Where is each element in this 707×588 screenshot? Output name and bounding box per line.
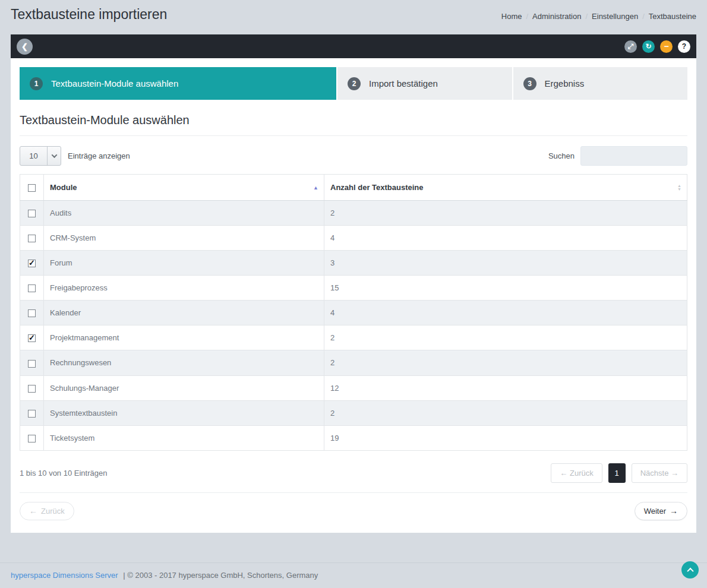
count-column-label: Anzahl der Textbausteine [330, 183, 424, 192]
count-column-header[interactable]: Anzahl der Textbausteine ▲▼ [324, 175, 687, 201]
wizard-back-button[interactable]: ← Zurück [20, 502, 74, 520]
step-number-badge: 1 [30, 77, 43, 90]
select-chevron-zone[interactable] [47, 147, 61, 165]
wizard-next-label: Weiter [644, 507, 666, 516]
wizard-back-label: Zurück [41, 507, 65, 516]
toolbar: ❮ ⤢ ↻ − ? [11, 34, 696, 58]
table-info: 1 bis 10 von 10 Einträgen [20, 469, 107, 478]
search-input[interactable] [580, 146, 687, 166]
refresh-icon[interactable]: ↻ [642, 40, 655, 53]
row-checkbox-cell [20, 251, 44, 276]
page-footer: hyperspace Dimensions Server | © 2003 - … [0, 562, 707, 588]
module-column-header[interactable]: Module ▲ [44, 175, 324, 201]
expand-icon[interactable]: ⤢ [624, 40, 637, 53]
module-cell: Systemtextbaustein [44, 400, 324, 425]
count-cell: 2 [324, 325, 687, 350]
row-checkbox-cell [20, 201, 44, 226]
row-checkbox[interactable] [28, 360, 36, 368]
breadcrumb-separator: / [526, 12, 528, 21]
sort-ascending-icon: ▲ [313, 185, 318, 191]
length-control: 10 Einträge anzeigen [20, 146, 130, 166]
count-cell: 15 [324, 276, 687, 301]
count-cell: 4 [324, 301, 687, 325]
breadcrumb-item[interactable]: Einstellungen [592, 12, 638, 21]
row-checkbox[interactable] [28, 284, 36, 292]
modules-table: Module ▲ Anzahl der Textbausteine ▲▼ Aud… [20, 174, 687, 451]
pagination-current-page[interactable]: 1 [608, 463, 626, 483]
count-cell: 2 [324, 350, 687, 375]
module-cell: Schulungs-Manager [44, 375, 324, 400]
table-controls: 10 Einträge anzeigen Suchen [20, 146, 687, 166]
table-row: Kalender 4 [20, 301, 687, 325]
collapse-icon[interactable]: − [660, 40, 673, 53]
page-header: Textbausteine importieren Home/Administr… [0, 0, 707, 34]
back-icon[interactable]: ❮ [17, 39, 33, 55]
select-all-cell [20, 175, 44, 201]
row-checkbox[interactable] [28, 334, 36, 342]
table-row: Audits 2 [20, 201, 687, 226]
row-checkbox-cell [20, 276, 44, 301]
pagination-prev-button[interactable]: ← Zurück [551, 463, 602, 483]
wizard-step-3[interactable]: 3Ergebniss [513, 67, 688, 100]
module-cell: Ticketsystem [44, 425, 324, 450]
count-cell: 12 [324, 375, 687, 400]
breadcrumb-separator: / [642, 12, 645, 21]
table-row: Schulungs-Manager 12 [20, 375, 687, 400]
breadcrumb-item[interactable]: Textbausteine [649, 12, 696, 21]
table-row: Freigabeprozess 15 [20, 276, 687, 301]
row-checkbox-cell [20, 425, 44, 450]
row-checkbox[interactable] [28, 210, 36, 217]
module-cell: Forum [44, 251, 324, 276]
count-cell: 3 [324, 251, 687, 276]
row-checkbox[interactable] [28, 309, 36, 317]
module-cell: Rechnungswesen [44, 350, 324, 375]
breadcrumb: Home/Administration/Einstellungen/Textba… [501, 12, 696, 21]
table-body: Audits 2 CRM-System 4 Forum 3 Freigabepr… [20, 201, 687, 451]
row-checkbox-cell [20, 400, 44, 425]
page-length-select[interactable]: 10 [20, 146, 61, 166]
arrow-right-icon: → [670, 506, 678, 516]
row-checkbox-cell [20, 375, 44, 400]
breadcrumb-item[interactable]: Home [501, 12, 522, 21]
length-label: Einträge anzeigen [68, 151, 130, 160]
pagination-next-button[interactable]: Nächste → [632, 463, 687, 483]
scroll-to-top-button[interactable] [681, 561, 699, 578]
row-checkbox[interactable] [28, 435, 36, 442]
chevron-down-icon [51, 152, 57, 158]
step-number-badge: 2 [348, 77, 361, 90]
select-all-checkbox[interactable] [28, 184, 36, 192]
table-row: Forum 3 [20, 251, 687, 276]
wizard-step-2[interactable]: 2Import bestätigen [337, 67, 512, 100]
row-checkbox[interactable] [28, 385, 36, 393]
wizard-next-button[interactable]: Weiter → [635, 502, 687, 520]
table-row: Systemtextbaustein 2 [20, 400, 687, 425]
wizard-step-1[interactable]: 1Textbaustein-Module auswählen [20, 67, 336, 100]
count-cell: 4 [324, 226, 687, 251]
step-label: Textbaustein-Module auswählen [51, 78, 178, 88]
module-cell: CRM-System [44, 226, 324, 251]
wizard-steps: 1Textbaustein-Module auswählen2Import be… [20, 67, 687, 100]
row-checkbox[interactable] [28, 235, 36, 242]
table-row: CRM-System 4 [20, 226, 687, 251]
help-icon[interactable]: ? [678, 40, 690, 53]
module-cell: Projektmanagement [44, 325, 324, 350]
step-number-badge: 3 [523, 77, 536, 90]
breadcrumb-separator: / [585, 12, 588, 21]
row-checkbox-cell [20, 226, 44, 251]
count-cell: 19 [324, 425, 687, 450]
row-checkbox[interactable] [28, 410, 36, 418]
chevron-up-icon [687, 567, 693, 574]
wizard-nav: ← Zurück Weiter → [20, 492, 687, 520]
arrow-left-icon: ← [29, 506, 37, 516]
toolbar-actions: ⤢ ↻ − ? [624, 40, 690, 53]
step-label: Ergebniss [545, 78, 585, 88]
footer-server-link[interactable]: hyperspace Dimensions Server [11, 571, 118, 580]
module-cell: Freigabeprozess [44, 276, 324, 301]
breadcrumb-item[interactable]: Administration [532, 12, 581, 21]
row-checkbox[interactable] [28, 260, 36, 267]
content-heading: Textbaustein-Module auswählen [20, 108, 687, 136]
table-row: Projektmanagement 2 [20, 325, 687, 350]
pagination: ← Zurück 1 Nächste → [551, 463, 687, 483]
sort-both-icon: ▲▼ [677, 184, 681, 191]
step-label: Import bestätigen [369, 78, 438, 88]
